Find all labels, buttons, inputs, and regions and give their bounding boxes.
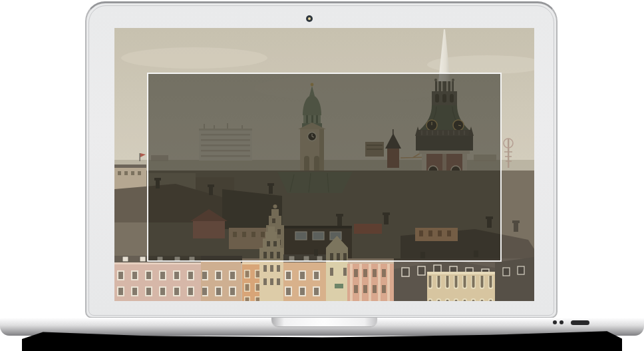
base-foot-dot <box>553 320 557 324</box>
laptop-lid <box>85 1 558 318</box>
overlay-frame <box>147 73 502 262</box>
laptop-mockup-stage <box>0 0 644 351</box>
laptop-base <box>0 318 644 336</box>
hinge-notch <box>271 318 377 326</box>
webcam-icon <box>306 15 313 22</box>
screen-photo <box>114 28 534 301</box>
base-vent-bar <box>571 320 589 325</box>
base-foot-dot <box>560 320 564 324</box>
